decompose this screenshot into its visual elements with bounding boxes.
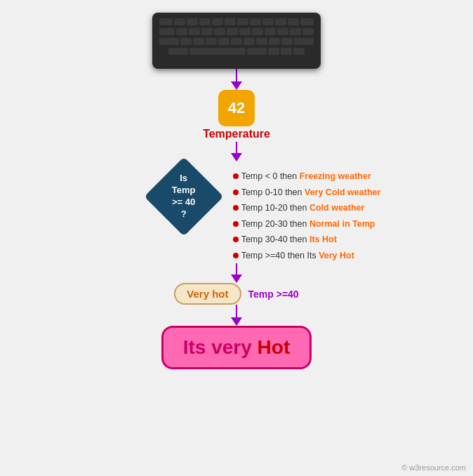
arrow-1 [231,81,242,90]
legend-dot [233,190,239,195]
legend-item-1: Temp < 0 then Freezing weather [233,168,381,185]
legend-dot [233,205,239,211]
output-box: Its very Hot [161,326,312,369]
arrow-3 [231,275,242,283]
diamond-text: IsTemp>= 40? [149,161,219,232]
connector-line-1 [236,69,237,81]
connector-line-4 [236,305,237,317]
arrow-4 [231,317,242,326]
main-container: 42 Temperature IsTemp>= 40? Temp < 0 the… [0,0,473,476]
legend-dot [233,173,239,179]
legend-item-3: Temp 10-20 then Cold weather [233,200,381,216]
legend-item-6: Temp >=40 then Its Very Hot [233,248,381,264]
legend-item-4: Temp 20-30 then Normal in Temp [233,216,381,232]
connector-line-2 [236,142,237,153]
flow-column: IsTemp>= 40? [149,161,219,232]
pill-row: Very hot Temp >=40 [174,283,298,305]
temperature-value: 42 [218,90,255,126]
legend: Temp < 0 then Freezing weather Temp 0-10… [233,168,381,263]
decision-diamond: IsTemp>= 40? [149,161,219,232]
output-text-before: Its very [183,336,258,358]
legend-dot [233,237,239,242]
watermark: © w3resource.com [401,463,466,472]
legend-dot [233,253,239,258]
arrow-2 [231,153,242,161]
legend-dot [233,221,239,227]
pill: Very hot [174,283,241,305]
connector-line-3 [236,263,237,275]
keyboard-image [152,13,321,69]
legend-item-2: Temp 0-10 then Very Cold weather [233,185,381,201]
output-text-highlight: Hot [258,336,291,358]
legend-item-5: Temp 30-40 then Its Hot [233,232,381,248]
middle-section: IsTemp>= 40? Temp < 0 then Freezing weat… [0,161,473,263]
pill-condition: Temp >=40 [248,289,299,300]
temperature-label: Temperature [203,128,270,140]
